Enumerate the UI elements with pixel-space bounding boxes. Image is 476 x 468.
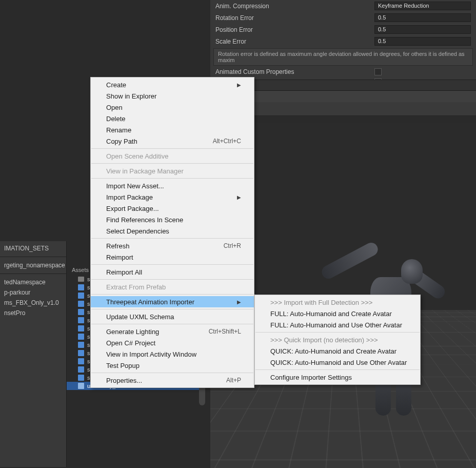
menu-separator xyxy=(91,264,253,265)
list-item-label: s xyxy=(87,375,90,381)
field-animated-custom: Animated Custom Properties xyxy=(210,67,476,77)
submenu-configure-importer[interactable]: Configure Importer Settings xyxy=(255,372,420,383)
menu-test-popup[interactable]: Test Popup xyxy=(91,360,254,371)
label: Scale Error xyxy=(215,38,369,45)
context-menu: Create▶ Show in Explorer Open Delete Ren… xyxy=(90,77,254,388)
chevron-right-icon: ▶ xyxy=(237,82,241,88)
menu-find-references[interactable]: Find References In Scene xyxy=(91,214,254,225)
prefab-icon xyxy=(78,317,84,323)
separator xyxy=(0,274,66,274)
list-item-label: s xyxy=(87,317,90,323)
menu-view-package-manager: View in Package Manager xyxy=(91,165,254,177)
menu-separator xyxy=(255,369,420,370)
submenu-quick-use-other-avatar[interactable]: QUICK: Auto-Humanoid and Use Other Avata… xyxy=(255,357,420,368)
menu-import-new-asset[interactable]: Import New Asset... xyxy=(91,180,254,191)
sidebar-item[interactable]: rgeting_nonamespace xyxy=(0,260,66,270)
input-scale-error[interactable]: 0.5 xyxy=(374,37,471,46)
prefab-icon xyxy=(78,284,84,290)
field-anim-compression: Anim. Compression Keyframe Reduction xyxy=(210,0,476,12)
input-rotation-error[interactable]: 0.5 xyxy=(374,13,471,22)
prefab-icon xyxy=(78,383,84,389)
prefab-icon xyxy=(78,301,84,307)
clips-header-label: Clips xyxy=(216,82,470,89)
sidebar-item[interactable]: p-parkour xyxy=(0,287,66,298)
project-sidebar: IMATION_SETS rgeting_nonamespace tedName… xyxy=(0,241,67,467)
menu-separator xyxy=(91,279,253,280)
list-item-label: s xyxy=(87,309,90,315)
menu-open[interactable]: Open xyxy=(91,102,254,113)
menu-separator xyxy=(91,238,253,239)
menu-separator xyxy=(91,324,253,324)
list-item-label: s xyxy=(87,350,90,356)
menu-properties[interactable]: Properties...Alt+P xyxy=(91,375,254,386)
shortcut-label: Alt+Ctrl+C xyxy=(213,138,241,145)
field-position-error: Position Error 0.5 xyxy=(210,24,476,35)
menu-select-dependencies[interactable]: Select Dependencies xyxy=(91,225,254,237)
shortcut-label: Ctrl+Shift+L xyxy=(209,328,241,335)
label: Position Error xyxy=(215,26,369,33)
menu-create[interactable]: Create▶ xyxy=(91,79,254,90)
separator xyxy=(0,257,66,257)
assets-breadcrumb[interactable]: Assets xyxy=(72,267,89,273)
submenu-header: >>> Quick Import (no detection) >>> xyxy=(255,334,420,345)
menu-export-package[interactable]: Export Package... xyxy=(91,203,254,214)
list-item-label: s xyxy=(87,284,90,290)
list-item-label: s xyxy=(87,301,90,307)
prefab-icon xyxy=(78,325,84,332)
sidebar-item[interactable]: IMATION_SETS xyxy=(0,243,66,254)
prefab-icon xyxy=(78,358,84,364)
menu-open-scene-additive: Open Scene Additive xyxy=(91,150,254,162)
field-rotation-error: Rotation Error 0.5 xyxy=(210,12,476,24)
prefab-icon xyxy=(78,342,84,348)
submenu-full-use-other-avatar[interactable]: FULL: Auto-Humanoid and Use Other Avatar xyxy=(255,319,420,330)
field-scale-error: Scale Error 0.5 xyxy=(210,35,476,47)
submenu-quick-create-avatar[interactable]: QUICK: Auto-Humanoid and Create Avatar xyxy=(255,345,420,357)
menu-rename[interactable]: Rename xyxy=(91,124,254,135)
sidebar-item[interactable]: tedNamespace xyxy=(0,277,66,287)
list-item-label: s xyxy=(87,276,90,282)
list-item-label: s xyxy=(87,334,90,340)
prefab-icon xyxy=(78,334,84,340)
prefab-icon xyxy=(78,375,84,381)
prefab-icon xyxy=(78,292,84,299)
menu-separator xyxy=(91,294,253,295)
shortcut-label: Alt+P xyxy=(226,377,241,384)
list-item-label: s xyxy=(87,325,90,332)
label: Rotation Error xyxy=(215,14,369,22)
menu-separator xyxy=(91,163,253,164)
menu-reimport[interactable]: Reimport xyxy=(91,251,254,263)
menu-generate-lighting[interactable]: Generate LightingCtrl+Shift+L xyxy=(91,326,254,337)
prefab-icon xyxy=(78,350,84,356)
menu-separator xyxy=(91,373,253,373)
inspector-panel: Anim. Compression Keyframe Reduction Rot… xyxy=(210,0,476,87)
menu-show-explorer[interactable]: Show in Explorer xyxy=(91,90,254,102)
submenu-full-create-avatar[interactable]: FULL: Auto-Humanoid and Create Avatar xyxy=(255,308,420,319)
label: Animated Custom Properties xyxy=(215,68,369,75)
submenu-header: >>> Import with Full Detection >>> xyxy=(255,297,420,308)
menu-import-package[interactable]: Import Package▶ xyxy=(91,191,254,203)
help-note: Rotation error is defined as maximum ang… xyxy=(213,48,473,66)
input-position-error[interactable]: 0.5 xyxy=(374,25,471,34)
list-item-label: s xyxy=(87,366,90,373)
checkbox-animated-custom[interactable] xyxy=(374,68,382,75)
dropdown-anim-compression[interactable]: Keyframe Reduction xyxy=(374,2,471,10)
folder-icon xyxy=(78,277,84,282)
menu-view-import-activity[interactable]: View in Import Activity Window xyxy=(91,348,254,360)
menu-delete[interactable]: Delete xyxy=(91,113,254,124)
menu-update-uxml[interactable]: Update UXML Schema xyxy=(91,311,254,322)
label: Anim. Compression xyxy=(215,3,369,10)
menu-open-csharp[interactable]: Open C# Project xyxy=(91,337,254,348)
chevron-right-icon: ▶ xyxy=(237,194,241,200)
menu-refresh[interactable]: RefreshCtrl+R xyxy=(91,240,254,251)
context-submenu: >>> Import with Full Detection >>> FULL:… xyxy=(254,295,421,385)
menu-reimport-all[interactable]: Reimport All xyxy=(91,266,254,278)
menu-separator xyxy=(91,309,253,309)
sidebar-item[interactable]: nsetPro xyxy=(0,308,66,318)
menu-extract-prefab: Extract From Prefab xyxy=(91,281,254,292)
sidebar-item[interactable]: ms_FBX_Only_v1.0 xyxy=(0,298,66,308)
chevron-right-icon: ▶ xyxy=(237,299,241,305)
menu-threepeat-importer[interactable]: Threepeat Animation Importer▶ xyxy=(91,296,254,307)
menu-copy-path[interactable]: Copy PathAlt+Ctrl+C xyxy=(91,135,254,147)
prefab-icon xyxy=(78,366,84,373)
list-item-label: s xyxy=(87,342,90,348)
